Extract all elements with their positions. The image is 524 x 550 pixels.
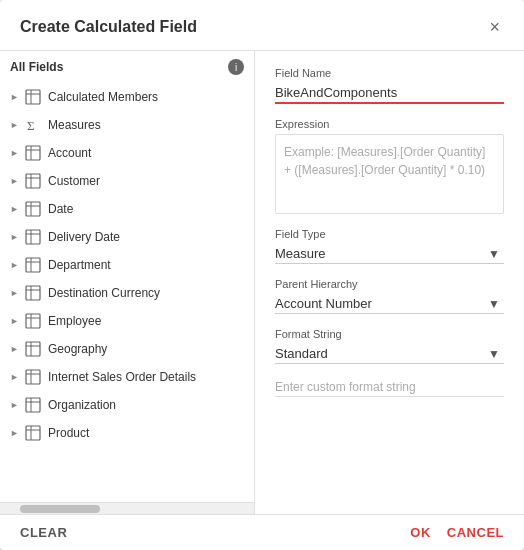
list-item[interactable]: ► Date xyxy=(0,195,254,223)
field-label: Department xyxy=(48,258,111,272)
list-item[interactable]: ► Department xyxy=(0,251,254,279)
field-label: Destination Currency xyxy=(48,286,160,300)
table-icon xyxy=(24,340,42,358)
info-icon[interactable]: i xyxy=(228,59,244,75)
list-item[interactable]: ► Internet Sales Order Details xyxy=(0,363,254,391)
parent-hierarchy-select[interactable]: Account Number xyxy=(275,294,504,313)
format-string-select-wrapper: Standard Currency Percent Scientific Cus… xyxy=(275,344,504,364)
clear-button[interactable]: CLEAR xyxy=(20,525,67,540)
chevron-right-icon: ► xyxy=(10,204,20,214)
custom-format-input[interactable] xyxy=(275,378,504,397)
chevron-right-icon: ► xyxy=(10,148,20,158)
chevron-right-icon: ► xyxy=(10,260,20,270)
field-type-select[interactable]: Measure Dimension xyxy=(275,244,504,263)
footer-right: OK CANCEL xyxy=(410,525,504,540)
svg-rect-10 xyxy=(26,202,40,216)
list-item[interactable]: ► Σ Measures xyxy=(0,111,254,139)
list-item[interactable]: ► Destination Currency xyxy=(0,279,254,307)
table-icon xyxy=(24,284,42,302)
expression-group: Expression Example: [Measures].[Order Qu… xyxy=(275,118,504,214)
svg-rect-31 xyxy=(26,398,40,412)
svg-rect-7 xyxy=(26,174,40,188)
cancel-button[interactable]: CANCEL xyxy=(447,525,504,540)
field-name-label: Field Name xyxy=(275,67,504,79)
field-type-label: Field Type xyxy=(275,228,504,240)
table-icon xyxy=(24,368,42,386)
left-panel-header: All Fields i xyxy=(0,51,254,83)
field-name-group: Field Name xyxy=(275,67,504,104)
chevron-right-icon: ► xyxy=(10,372,20,382)
table-icon xyxy=(24,424,42,442)
scrollbar-thumb xyxy=(20,505,100,513)
field-type-select-wrapper: Measure Dimension ▼ xyxy=(275,244,504,264)
field-label: Employee xyxy=(48,314,101,328)
field-label: Account xyxy=(48,146,91,160)
table-icon xyxy=(24,172,42,190)
svg-rect-16 xyxy=(26,258,40,272)
field-label: Geography xyxy=(48,342,107,356)
field-label: Measures xyxy=(48,118,101,132)
format-string-label: Format String xyxy=(275,328,504,340)
chevron-right-icon: ► xyxy=(10,92,20,102)
horizontal-scrollbar[interactable] xyxy=(0,502,254,514)
sigma-icon: Σ xyxy=(24,116,42,134)
chevron-right-icon: ► xyxy=(10,120,20,130)
expression-label: Expression xyxy=(275,118,504,130)
list-item[interactable]: ► Calculated Members xyxy=(0,83,254,111)
svg-rect-19 xyxy=(26,286,40,300)
table-icon xyxy=(24,396,42,414)
format-string-select[interactable]: Standard Currency Percent Scientific Cus… xyxy=(275,344,504,363)
field-type-group: Field Type Measure Dimension ▼ xyxy=(275,228,504,264)
fields-list[interactable]: ► Calculated Members ► xyxy=(0,83,254,502)
svg-rect-28 xyxy=(26,370,40,384)
footer-left: CLEAR xyxy=(20,525,67,540)
custom-format-group xyxy=(275,378,504,397)
table-icon xyxy=(24,256,42,274)
field-label: Calculated Members xyxy=(48,90,158,104)
svg-rect-13 xyxy=(26,230,40,244)
field-label: Customer xyxy=(48,174,100,188)
table-icon xyxy=(24,228,42,246)
dialog-title: Create Calculated Field xyxy=(20,18,197,36)
svg-rect-22 xyxy=(26,314,40,328)
chevron-right-icon: ► xyxy=(10,344,20,354)
field-label: Product xyxy=(48,426,89,440)
table-icon xyxy=(24,144,42,162)
expression-placeholder: Example: [Measures].[Order Quantity] + (… xyxy=(284,145,485,177)
chevron-right-icon: ► xyxy=(10,400,20,410)
chevron-right-icon: ► xyxy=(10,428,20,438)
ok-button[interactable]: OK xyxy=(410,525,431,540)
parent-hierarchy-label: Parent Hierarchy xyxy=(275,278,504,290)
all-fields-title: All Fields xyxy=(10,60,63,74)
dialog-body: All Fields i ► Calculated M xyxy=(0,51,524,514)
field-label: Date xyxy=(48,202,73,216)
expression-input[interactable]: Example: [Measures].[Order Quantity] + (… xyxy=(275,134,504,214)
list-item[interactable]: ► Customer xyxy=(0,167,254,195)
svg-text:Σ: Σ xyxy=(27,118,35,133)
chevron-right-icon: ► xyxy=(10,316,20,326)
list-item[interactable]: ► Organization xyxy=(0,391,254,419)
chevron-right-icon: ► xyxy=(10,232,20,242)
dialog-footer: CLEAR OK CANCEL xyxy=(0,514,524,550)
svg-rect-25 xyxy=(26,342,40,356)
list-item[interactable]: ► Geography xyxy=(0,335,254,363)
list-item[interactable]: ► Product xyxy=(0,419,254,447)
field-label: Delivery Date xyxy=(48,230,120,244)
list-item[interactable]: ► Account xyxy=(0,139,254,167)
svg-rect-0 xyxy=(26,90,40,104)
table-icon xyxy=(24,88,42,106)
list-item[interactable]: ► Delivery Date xyxy=(0,223,254,251)
parent-hierarchy-select-wrapper: Account Number ▼ xyxy=(275,294,504,314)
create-calculated-field-dialog: Create Calculated Field × All Fields i ► xyxy=(0,0,524,550)
right-panel: Field Name Expression Example: [Measures… xyxy=(255,51,524,514)
dialog-header: Create Calculated Field × xyxy=(0,0,524,51)
format-string-group: Format String Standard Currency Percent … xyxy=(275,328,504,364)
chevron-right-icon: ► xyxy=(10,288,20,298)
table-icon xyxy=(24,200,42,218)
close-button[interactable]: × xyxy=(485,16,504,38)
table-icon xyxy=(24,312,42,330)
list-item[interactable]: ► Employee xyxy=(0,307,254,335)
svg-rect-34 xyxy=(26,426,40,440)
field-name-input[interactable] xyxy=(275,83,504,104)
chevron-right-icon: ► xyxy=(10,176,20,186)
